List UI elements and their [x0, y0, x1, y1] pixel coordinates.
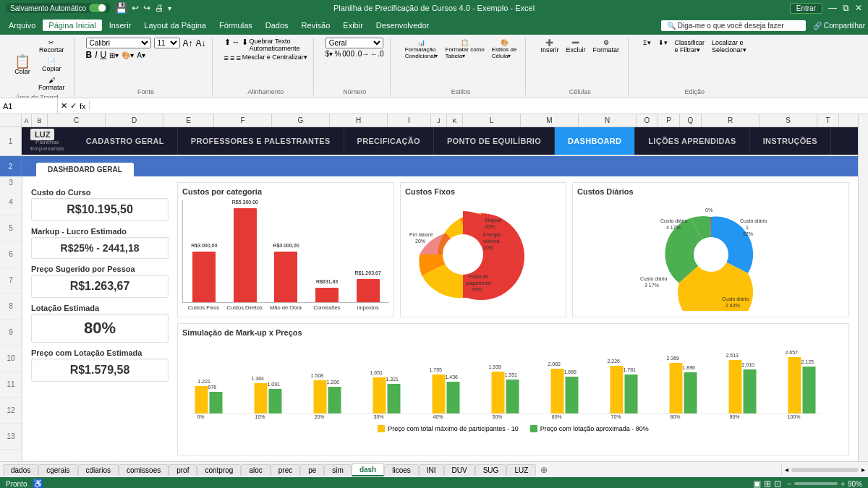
insert-function-icon[interactable]: fx — [80, 102, 86, 111]
print-icon[interactable]: 🖨 — [155, 3, 163, 13]
cell-reference-box[interactable]: A1 — [0, 98, 58, 114]
menu-arquivo[interactable]: Arquivo — [3, 20, 41, 31]
restore-icon[interactable]: ⧉ — [843, 3, 849, 13]
align-bottom-btn[interactable]: ⬇ — [242, 38, 248, 52]
find-btn[interactable]: Localizar eSelecionar▾ — [709, 38, 749, 55]
nav-item-dashboard[interactable]: DASHBOARD — [555, 127, 635, 155]
col-header-a[interactable]: A — [22, 114, 32, 127]
nav-item-cadastro[interactable]: CADASTRO GERAL — [73, 127, 178, 155]
nav-item-professores[interactable]: PROFESSORES E PALESTRANTES — [178, 127, 344, 155]
tab-scroll-left[interactable]: ◂ — [785, 466, 788, 474]
col-header-s[interactable]: S — [760, 114, 817, 127]
vertical-scrollbar[interactable] — [858, 114, 868, 461]
align-top-btn[interactable]: ⬆ — [224, 38, 231, 52]
tab-sim[interactable]: sim — [324, 464, 352, 476]
col-header-m[interactable]: M — [521, 114, 579, 127]
font-size-select[interactable]: 11 — [154, 38, 180, 48]
tab-ini[interactable]: INI — [419, 464, 444, 476]
merge-btn[interactable]: Mesclar e Centralizar▾ — [242, 53, 307, 62]
menu-dev[interactable]: Desenvolvedor — [370, 20, 435, 31]
confirm-formula-icon[interactable]: ✓ — [70, 101, 77, 111]
col-header-q[interactable]: Q — [680, 114, 702, 127]
col-header-f[interactable]: F — [214, 114, 272, 127]
align-right-btn[interactable]: ≡ — [236, 53, 240, 62]
col-header-n[interactable]: N — [579, 114, 637, 127]
tab-dash[interactable]: dash — [352, 463, 384, 476]
menu-pagina-inicial[interactable]: Página Inicial — [43, 20, 101, 31]
nav-item-licoes[interactable]: LIÇÕES APRENDIDAS — [635, 127, 749, 155]
menu-inserir[interactable]: Inserir — [103, 20, 137, 31]
tab-scrollbar[interactable] — [791, 468, 859, 472]
minimize-icon[interactable]: — — [828, 3, 837, 13]
nav-item-precificacao[interactable]: PRECIFICAÇÃO — [344, 127, 434, 155]
page-break-icon[interactable]: ⊡ — [774, 479, 781, 488]
sort-filter-btn[interactable]: Classificare Filtrar▾ — [672, 38, 708, 55]
fill-btn[interactable]: ⬇▾ — [655, 38, 671, 55]
normal-view-icon[interactable]: ▣ — [753, 479, 761, 488]
col-header-l[interactable]: L — [463, 114, 521, 127]
align-mid-btn[interactable]: ↔ — [232, 38, 240, 52]
col-header-o[interactable]: O — [637, 114, 658, 127]
format-as-table-btn[interactable]: 📋Formatar comoTabela▾ — [443, 38, 488, 61]
tab-sug[interactable]: SUG — [475, 464, 507, 476]
tab-licoes[interactable]: licoes — [384, 464, 419, 476]
autosum-btn[interactable]: Σ▾ — [640, 38, 654, 55]
col-header-h[interactable]: H — [330, 114, 388, 127]
menu-dados[interactable]: Dados — [260, 20, 294, 31]
share-button[interactable]: 🔗 Compartilhar — [813, 22, 865, 30]
col-header-i[interactable]: I — [388, 114, 431, 127]
number-format-select[interactable]: Geral — [326, 38, 383, 48]
col-header-t[interactable]: T — [817, 114, 839, 127]
menu-layout[interactable]: Layout da Página — [138, 20, 212, 31]
cut-btn[interactable]: ✂Recortar — [35, 38, 68, 55]
nav-item-ponto[interactable]: PONTO DE EQUILÍBRIO — [434, 127, 555, 155]
undo-icon[interactable]: ↩ — [132, 3, 139, 13]
close-icon[interactable]: ✕ — [855, 3, 862, 13]
search-box[interactable]: 🔍 Diga-me o que você deseja fazer — [661, 20, 806, 31]
tab-cgerais[interactable]: cgerais — [38, 464, 77, 476]
tab-luz[interactable]: LUZ — [506, 464, 536, 476]
col-header-e[interactable]: E — [163, 114, 214, 127]
align-left-btn[interactable]: ≡ — [224, 53, 229, 62]
delete-cells-btn[interactable]: ➖Excluir — [563, 38, 588, 55]
format-cells-btn[interactable]: ⚙Formatar — [590, 38, 622, 55]
align-center-btn[interactable]: ≡ — [230, 53, 234, 62]
cell-styles-btn[interactable]: 🎨Estilos deCélula▾ — [489, 38, 520, 61]
border-btn[interactable]: ⊞▾ — [109, 51, 119, 59]
col-header-b[interactable]: B — [32, 114, 48, 127]
col-header-g[interactable]: G — [272, 114, 330, 127]
tab-aloc[interactable]: aloc — [241, 464, 270, 476]
tab-scroll-right[interactable]: ▸ — [861, 466, 865, 474]
tab-prec[interactable]: prec — [271, 464, 300, 476]
menu-exibir[interactable]: Exibir — [337, 20, 369, 31]
tab-pe[interactable]: pe — [300, 464, 324, 476]
currency-btn[interactable]: $▾ — [326, 50, 333, 58]
tab-dados[interactable]: dados — [3, 464, 38, 476]
font-family-select[interactable]: Calibri — [86, 38, 151, 48]
conditional-format-btn[interactable]: 📊FormataçãoCondicional▾ — [402, 38, 441, 61]
zoom-slider[interactable] — [794, 482, 838, 485]
italic-btn[interactable]: I — [95, 50, 97, 60]
add-sheet-btn[interactable]: ⊕ — [536, 463, 552, 476]
fill-color-btn[interactable]: 🎨▾ — [122, 51, 134, 59]
redo-icon[interactable]: ↪ — [143, 3, 150, 13]
wrap-text-btn[interactable]: Quebrar TextoAutomaticamente — [250, 38, 300, 52]
format-painter-btn[interactable]: 🖌Formatar — [35, 75, 68, 93]
col-header-p[interactable]: P — [658, 114, 680, 127]
zoom-in-btn[interactable]: + — [841, 480, 845, 488]
page-layout-icon[interactable]: ⊞ — [764, 479, 771, 488]
col-header-j[interactable]: J — [431, 114, 447, 127]
tab-duv[interactable]: DUV — [444, 464, 475, 476]
cancel-formula-icon[interactable]: ✕ — [61, 101, 67, 111]
increase-decimal-btn[interactable]: .0→ — [356, 50, 369, 58]
tab-comissoes[interactable]: comissoes — [119, 464, 169, 476]
font-grow-icon[interactable]: A↑ — [183, 38, 193, 48]
paste-btn[interactable]: 📋 Colar — [12, 53, 33, 77]
menu-formulas[interactable]: Fórmulas — [213, 20, 258, 31]
decrease-decimal-btn[interactable]: ←.0 — [370, 50, 383, 58]
dashboard-geral-tab[interactable]: DASHBOARD GERAL — [36, 163, 134, 176]
col-header-d[interactable]: D — [106, 114, 163, 127]
tab-contprog[interactable]: contprog — [197, 464, 241, 476]
zoom-out-btn[interactable]: − — [787, 480, 791, 488]
insert-cells-btn[interactable]: ➕Inserir — [537, 38, 561, 55]
